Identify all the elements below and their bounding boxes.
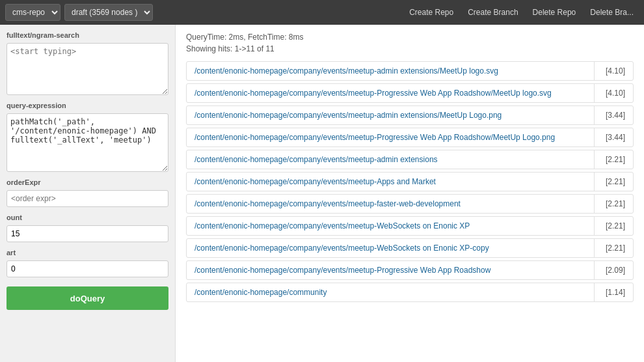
result-path-link[interactable]: /content/enonic-homepage/company/events/… xyxy=(187,217,594,235)
main-layout: fulltext/ngram-search query-expression p… xyxy=(0,25,644,362)
count-section: ount xyxy=(7,214,168,242)
result-path-link[interactable]: /content/enonic-homepage/company/events/… xyxy=(187,261,594,279)
result-path-link[interactable]: /content/enonic-homepage/company/events/… xyxy=(187,173,594,191)
sidebar: fulltext/ngram-search query-expression p… xyxy=(0,25,176,362)
start-section: art xyxy=(7,249,168,277)
result-path-link[interactable]: /content/enonic-homepage/company/events/… xyxy=(187,239,594,257)
result-score: [2.21] xyxy=(594,195,633,213)
table-row: /content/enonic-homepage/company/events/… xyxy=(186,150,634,169)
results-list: /content/enonic-homepage/company/events/… xyxy=(186,61,634,302)
content-area: QueryTime: 2ms, FetchTime: 8ms Showing h… xyxy=(176,25,644,362)
table-row: /content/enonic-homepage/company/events/… xyxy=(186,172,634,191)
result-score: [4.10] xyxy=(594,84,633,102)
result-score: [4.10] xyxy=(594,62,633,80)
query-time: QueryTime: 2ms, FetchTime: 8ms xyxy=(186,33,634,42)
table-row: /content/enonic-homepage/company/events/… xyxy=(186,194,634,214)
fulltext-label: fulltext/ngram-search xyxy=(7,31,168,39)
repo-select[interactable]: cms-repo xyxy=(5,4,60,21)
table-row: /content/enonic-homepage/company/events/… xyxy=(186,216,634,236)
count-label: ount xyxy=(7,214,168,221)
table-row: /content/enonic-homepage/company/events/… xyxy=(186,128,634,147)
top-nav: cms-repo draft (3569 nodes ) Create Repo… xyxy=(0,0,644,25)
showing-hits: Showing hits: 1->11 of 11 xyxy=(186,44,634,53)
table-row: /content/enonic-homepage/community[1.14] xyxy=(186,283,634,302)
result-score: [3.44] xyxy=(594,106,633,124)
branch-select[interactable]: draft (3569 nodes ) xyxy=(64,4,153,21)
result-path-link[interactable]: /content/enonic-homepage/company/events/… xyxy=(187,128,594,146)
query-expression-section: query-expression pathMatch('_path', '/co… xyxy=(7,102,168,172)
create-branch-button[interactable]: Create Branch xyxy=(463,5,523,20)
result-score: [3.44] xyxy=(594,128,633,146)
result-path-link[interactable]: /content/enonic-homepage/company/events/… xyxy=(187,84,594,102)
fulltext-input[interactable] xyxy=(7,43,168,95)
count-input[interactable] xyxy=(7,225,168,242)
order-expr-section: orderExpr xyxy=(7,178,168,207)
fulltext-section: fulltext/ngram-search xyxy=(7,31,168,95)
start-input[interactable] xyxy=(7,260,168,277)
table-row: /content/enonic-homepage/company/events/… xyxy=(186,260,634,280)
result-score: [1.14] xyxy=(594,283,633,301)
table-row: /content/enonic-homepage/company/events/… xyxy=(186,61,634,81)
query-expression-label: query-expression xyxy=(7,102,168,109)
result-path-link[interactable]: /content/enonic-homepage/community xyxy=(187,283,594,301)
order-expr-label: orderExpr xyxy=(7,178,168,186)
delete-repo-button[interactable]: Delete Repo xyxy=(528,5,582,20)
result-score: [2.21] xyxy=(594,173,633,191)
start-label: art xyxy=(7,249,168,257)
result-path-link[interactable]: /content/enonic-homepage/company/events/… xyxy=(187,106,594,124)
table-row: /content/enonic-homepage/company/events/… xyxy=(186,238,634,258)
order-expr-input[interactable] xyxy=(7,190,168,207)
delete-branch-button[interactable]: Delete Bra... xyxy=(585,5,639,20)
result-path-link[interactable]: /content/enonic-homepage/company/events/… xyxy=(187,150,594,169)
table-row: /content/enonic-homepage/company/events/… xyxy=(186,83,634,103)
result-path-link[interactable]: /content/enonic-homepage/company/events/… xyxy=(187,195,594,213)
result-score: [2.21] xyxy=(594,150,633,169)
table-row: /content/enonic-homepage/company/events/… xyxy=(186,105,634,125)
do-query-button[interactable]: doQuery xyxy=(7,286,168,310)
result-path-link[interactable]: /content/enonic-homepage/company/events/… xyxy=(187,62,594,80)
query-expression-input[interactable]: pathMatch('_path', '/content/enonic-home… xyxy=(7,113,168,172)
result-score: [2.09] xyxy=(594,261,633,279)
result-score: [2.21] xyxy=(594,239,633,257)
result-score: [2.21] xyxy=(594,217,633,235)
create-repo-button[interactable]: Create Repo xyxy=(404,5,459,20)
